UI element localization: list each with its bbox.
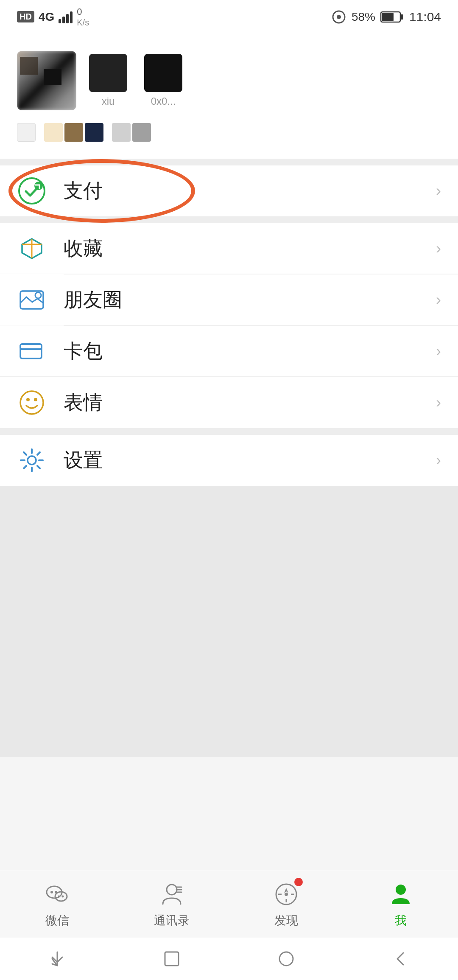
swatch-navy (85, 123, 103, 142)
emoji-icon (17, 388, 47, 417)
svg-rect-3 (400, 14, 403, 20)
color-swatches (17, 119, 441, 146)
data-speed: 0 K/s (77, 6, 89, 28)
chevron-payment: › (436, 182, 441, 200)
swatch-light-gray (112, 123, 131, 142)
swatch-group-3 (112, 123, 151, 142)
signal-icon (59, 11, 73, 23)
svg-point-32 (167, 885, 177, 895)
svg-point-14 (20, 391, 43, 414)
svg-point-16 (34, 398, 37, 401)
favorites-icon (17, 234, 47, 263)
profile-names: xiu 0x0... (89, 54, 182, 107)
swatch-cream (44, 123, 63, 142)
content-area (0, 486, 458, 757)
name-block-1: xiu (89, 54, 127, 107)
me-tab-icon (386, 879, 416, 909)
divider-top (0, 159, 458, 165)
swatch-group-1 (17, 123, 36, 142)
svg-rect-4 (382, 13, 394, 21)
swatch-white (17, 123, 36, 142)
svg-rect-13 (20, 344, 42, 349)
menu-item-settings[interactable]: 设置 › (0, 435, 458, 486)
status-right: 58% 11:04 (331, 9, 441, 25)
eye-icon (331, 9, 346, 25)
menu-label-moments: 朋友圈 (64, 287, 436, 313)
nav-prev-button[interactable] (384, 942, 418, 976)
profile-top: xiu 0x0... (17, 51, 441, 110)
divider-2 (0, 428, 458, 435)
tab-label-discover: 发现 (274, 913, 298, 929)
name-label-2: 0x0... (151, 95, 176, 107)
battery-percent: 58% (352, 10, 375, 24)
tab-label-contacts: 通讯录 (154, 913, 190, 929)
svg-point-27 (50, 891, 53, 893)
tab-discover[interactable]: 发现 (229, 879, 344, 929)
swatch-group-2 (44, 123, 103, 142)
divider-1 (0, 216, 458, 223)
svg-point-17 (28, 456, 36, 465)
menu-label-cards: 卡包 (64, 338, 436, 364)
tab-bar: 微信 通讯录 发现 (0, 870, 458, 938)
discover-tab-icon (271, 879, 301, 909)
name-avatar-1 (89, 54, 127, 92)
moments-icon (17, 285, 47, 315)
svg-line-25 (24, 466, 26, 468)
svg-point-15 (26, 398, 30, 401)
svg-point-5 (19, 178, 45, 204)
nav-back-button[interactable] (40, 942, 74, 976)
battery-icon (380, 11, 404, 23)
swatch-gray (132, 123, 151, 142)
avatar (17, 51, 76, 110)
svg-marker-37 (284, 888, 288, 893)
tab-wechat[interactable]: 微信 (0, 879, 114, 929)
tab-me[interactable]: 我 (344, 879, 458, 929)
chevron-emoji: › (436, 394, 441, 412)
nav-home-button[interactable] (155, 942, 189, 976)
menu-item-cards[interactable]: 卡包 › (0, 326, 458, 377)
chevron-settings: › (436, 451, 441, 469)
svg-point-29 (55, 892, 67, 901)
network-type: 4G (39, 10, 54, 24)
menu-item-favorites[interactable]: 收藏 › (0, 223, 458, 274)
svg-line-23 (37, 466, 40, 468)
menu-item-moments[interactable]: 朋友圈 › (0, 274, 458, 325)
svg-line-24 (37, 452, 40, 455)
wechat-tab-icon (42, 879, 72, 909)
svg-rect-12 (20, 344, 42, 358)
svg-point-31 (62, 895, 64, 897)
menu-label-payment: 支付 (64, 178, 436, 204)
svg-point-44 (279, 952, 293, 966)
menu-label-favorites: 收藏 (64, 235, 436, 262)
chevron-favorites: › (436, 240, 441, 258)
swatch-brown (64, 123, 83, 142)
name-block-2: 0x0... (144, 54, 182, 107)
svg-point-11 (35, 292, 41, 298)
menu-label-settings: 设置 (64, 447, 436, 473)
menu-item-payment[interactable]: 支付 › (0, 165, 458, 216)
payment-section: 支付 › (0, 165, 458, 216)
svg-point-38 (285, 893, 288, 896)
status-bar: HD 4G 0 K/s 58% 11:04 (0, 0, 458, 34)
name-avatar-2 (144, 54, 182, 92)
cards-icon (17, 336, 47, 366)
svg-rect-43 (165, 952, 179, 966)
menu-label-emoji: 表情 (64, 389, 436, 416)
name-label-1: xiu (102, 95, 115, 107)
menu-item-emoji[interactable]: 表情 › (0, 377, 458, 428)
status-left: HD 4G 0 K/s (17, 6, 89, 28)
svg-point-42 (396, 885, 406, 895)
discover-badge (294, 878, 303, 886)
settings-icon (17, 445, 47, 475)
contacts-tab-icon (157, 879, 187, 909)
time: 11:04 (409, 10, 441, 24)
nav-circle-button[interactable] (269, 942, 303, 976)
chevron-moments: › (436, 291, 441, 309)
hd-badge: HD (17, 11, 34, 22)
svg-point-6 (34, 182, 43, 190)
nav-bar (0, 938, 458, 980)
tab-contacts[interactable]: 通讯录 (114, 879, 229, 929)
chevron-cards: › (436, 342, 441, 360)
payment-icon (17, 176, 47, 206)
svg-point-30 (58, 895, 60, 897)
